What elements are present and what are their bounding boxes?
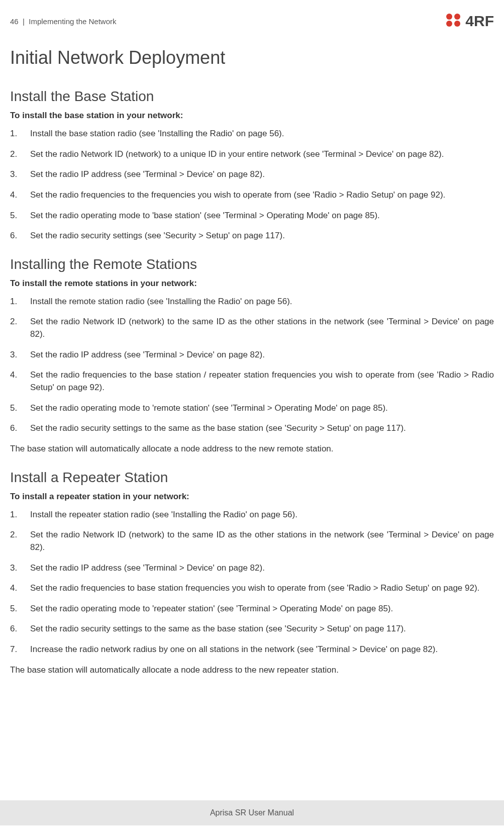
instruction-list: Install the remote station radio (see 'I…: [10, 296, 494, 435]
instruction-item: Set the radio IP address (see 'Terminal …: [10, 562, 494, 575]
instruction-item: Set the radio security settings (see 'Se…: [10, 230, 494, 242]
instruction-item: Set the radio operating mode to 'base st…: [10, 210, 494, 222]
header-section: Implementing the Network: [29, 17, 116, 26]
instruction-item: Set the radio IP address (see 'Terminal …: [10, 349, 494, 361]
header-separator: |: [23, 17, 25, 26]
instruction-item: Install the remote station radio (see 'I…: [10, 296, 494, 308]
logo-text: 4RF: [465, 13, 494, 30]
instruction-list: Install the repeater station radio (see …: [10, 509, 494, 656]
section-lead: To install a repeater station in your ne…: [10, 492, 494, 502]
instruction-item: Install the base station radio (see 'Ins…: [10, 128, 494, 140]
section-trailing-paragraph: The base station will automatically allo…: [10, 443, 494, 455]
footer-text: Aprisa SR User Manual: [210, 808, 294, 817]
instruction-item: Install the repeater station radio (see …: [10, 509, 494, 521]
svg-point-1: [454, 14, 460, 20]
page-number: 46: [10, 17, 19, 26]
section-heading: Installing the Remote Stations: [10, 256, 494, 272]
logo-icon: [445, 13, 462, 30]
page-title: Initial Network Deployment: [10, 47, 494, 68]
instruction-item: Set the radio frequencies to the frequen…: [10, 189, 494, 202]
instruction-item: Set the radio frequencies to the base st…: [10, 369, 494, 394]
svg-point-2: [446, 21, 452, 27]
svg-point-0: [446, 14, 452, 20]
logo: 4RF: [445, 13, 494, 30]
instruction-item: Set the radio IP address (see 'Terminal …: [10, 168, 494, 181]
page-header: 46 | Implementing the Network 4RF: [10, 10, 494, 30]
page-footer: Aprisa SR User Manual: [0, 800, 504, 825]
instruction-item: Set the radio security settings to the s…: [10, 623, 494, 635]
instruction-item: Set the radio frequencies to base statio…: [10, 582, 494, 595]
instruction-list: Install the base station radio (see 'Ins…: [10, 128, 494, 242]
instruction-item: Increase the radio network radius by one…: [10, 643, 494, 656]
section-lead: To install the base station in your netw…: [10, 111, 494, 121]
instruction-item: Set the radio operating mode to 'remote …: [10, 402, 494, 415]
instruction-item: Set the radio Network ID (network) to th…: [10, 316, 494, 340]
svg-point-3: [454, 21, 460, 27]
instruction-item: Set the radio Network ID (network) to a …: [10, 148, 494, 161]
instruction-item: Set the radio operating mode to 'repeate…: [10, 603, 494, 615]
section-heading: Install a Repeater Station: [10, 470, 494, 486]
instruction-item: Set the radio security settings to the s…: [10, 422, 494, 435]
section-trailing-paragraph: The base station will automatically allo…: [10, 664, 494, 677]
header-left: 46 | Implementing the Network: [10, 17, 117, 26]
section-heading: Install the Base Station: [10, 88, 494, 105]
instruction-item: Set the radio Network ID (network) to th…: [10, 529, 494, 553]
section-lead: To install the remote stations in your n…: [10, 279, 494, 289]
